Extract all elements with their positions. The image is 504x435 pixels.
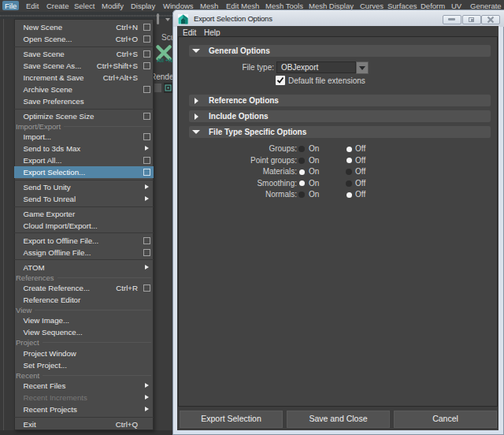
svg-text:All +N: All +N <box>157 58 172 63</box>
